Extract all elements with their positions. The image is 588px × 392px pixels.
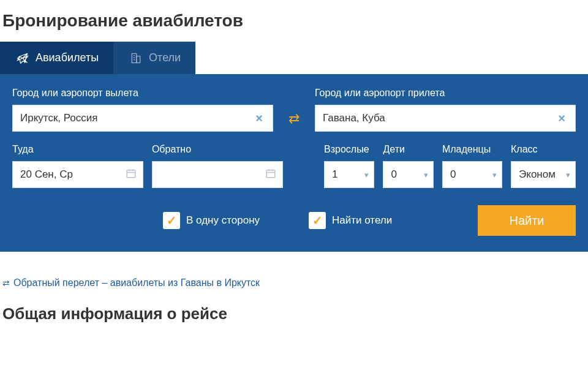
- swap-icon: ⇄: [288, 115, 300, 122]
- chevron-down-icon: ▾: [424, 170, 428, 179]
- find-hotels-label: Найти отели: [332, 214, 392, 227]
- building-icon: [128, 52, 144, 64]
- one-way-checkbox[interactable]: ✓ В одну сторону: [163, 212, 260, 229]
- find-hotels-checkbox[interactable]: ✓ Найти отели: [309, 212, 392, 229]
- infants-select[interactable]: 0 ▾: [442, 161, 502, 188]
- adults-value: 1: [332, 168, 337, 181]
- tab-flights[interactable]: Авиабилеты: [0, 42, 113, 74]
- svg-rect-9: [266, 170, 275, 177]
- return-flight-link[interactable]: ⇄ Обратный перелет – авиабилеты из Гаван…: [2, 277, 260, 288]
- swap-button[interactable]: ⇄: [282, 105, 306, 132]
- to-label: Город или аэропорт прилета: [315, 88, 576, 99]
- infants-value: 0: [450, 168, 456, 181]
- tabs: Авиабилеты Отели: [0, 42, 588, 74]
- clear-to-icon[interactable]: ×: [556, 111, 568, 126]
- children-value: 0: [391, 168, 396, 181]
- class-label: Класс: [511, 144, 576, 155]
- from-input-box[interactable]: ×: [12, 105, 273, 132]
- tab-hotels[interactable]: Отели: [113, 42, 195, 74]
- svg-rect-5: [127, 170, 135, 177]
- search-panel: Город или аэропорт вылета × ⇄ Город или …: [0, 74, 588, 252]
- children-select[interactable]: 0 ▾: [383, 161, 433, 188]
- tab-hotels-label: Отели: [149, 51, 181, 64]
- adults-label: Взрослые: [324, 144, 374, 155]
- children-label: Дети: [383, 144, 433, 155]
- clear-from-icon[interactable]: ×: [253, 111, 265, 126]
- airplane-icon: [15, 52, 31, 64]
- checkbox-checked-icon: ✓: [163, 212, 180, 229]
- depart-input[interactable]: [20, 168, 135, 181]
- chevron-down-icon: ▾: [364, 170, 369, 179]
- swap-small-icon: ⇄: [2, 278, 10, 288]
- from-label: Город или аэропорт вылета: [12, 88, 273, 99]
- return-input[interactable]: [160, 168, 275, 181]
- section-title: Общая информация о рейсе: [2, 304, 586, 323]
- svg-rect-0: [132, 53, 137, 62]
- chevron-down-icon: ▾: [492, 170, 497, 179]
- return-link-text: Обратный перелет – авиабилеты из Гаваны …: [13, 277, 260, 288]
- depart-date-box[interactable]: [12, 161, 143, 188]
- to-input[interactable]: [323, 112, 556, 124]
- svg-rect-1: [137, 56, 140, 62]
- from-input[interactable]: [20, 112, 253, 124]
- return-label: Обратно: [152, 144, 283, 155]
- chevron-down-icon: ▾: [566, 170, 570, 179]
- class-value: Эконом: [519, 168, 556, 181]
- infants-label: Младенцы: [442, 144, 502, 155]
- page-title: Бронирование авиабилетов: [0, 0, 588, 42]
- calendar-icon: [126, 168, 137, 182]
- depart-label: Туда: [12, 144, 143, 155]
- adults-select[interactable]: 1 ▾: [324, 161, 374, 188]
- tab-flights-label: Авиабилеты: [36, 51, 99, 64]
- return-date-box[interactable]: [152, 161, 283, 188]
- calendar-icon: [265, 168, 276, 182]
- to-input-box[interactable]: ×: [315, 105, 576, 132]
- class-select[interactable]: Эконом ▾: [511, 161, 576, 188]
- one-way-label: В одну сторону: [186, 214, 260, 227]
- checkbox-checked-icon: ✓: [309, 212, 326, 229]
- find-button[interactable]: Найти: [478, 205, 576, 236]
